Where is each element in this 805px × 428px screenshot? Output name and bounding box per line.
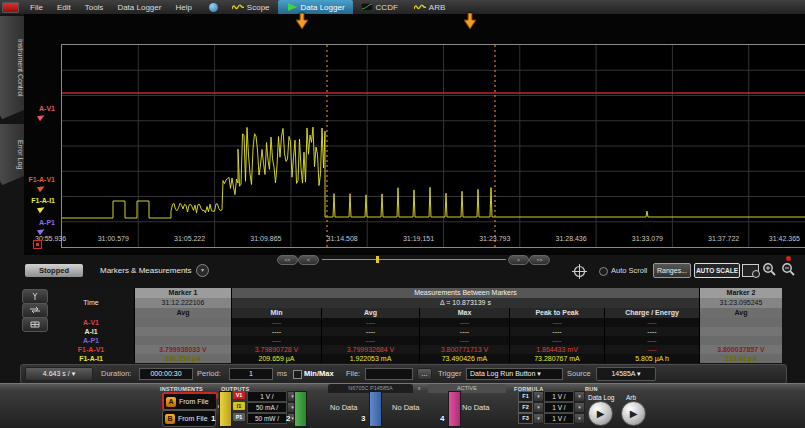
cell-m2 <box>700 336 782 345</box>
tab-scope[interactable]: Scope <box>224 0 278 14</box>
scroll-fwd-button[interactable]: > <box>508 255 529 265</box>
scroll-rewind-button[interactable]: << <box>277 255 298 265</box>
range-dropdown-icon[interactable]: ▾ <box>574 391 585 402</box>
cell-m1: 896.253 µA <box>135 354 231 363</box>
trace-pen-icon[interactable] <box>37 184 46 193</box>
range-dropdown-icon[interactable]: ▾ <box>574 402 585 413</box>
file-field[interactable] <box>365 368 413 380</box>
channel-range-field-i1[interactable]: 50 mA / <box>247 402 287 413</box>
time-label: Time <box>48 298 134 308</box>
markers-icon[interactable] <box>22 303 48 318</box>
cell-value: ---- <box>605 318 699 327</box>
trace-label-a-v1[interactable]: A-V1 <box>18 105 55 112</box>
range-dropdown-icon[interactable]: ▾ <box>574 413 585 424</box>
source-select[interactable]: 14585A ▾ <box>596 367 656 381</box>
formula-badge-f1[interactable]: F1 <box>518 391 533 402</box>
channel-range-field-p1[interactable]: 50 mW / <box>247 413 287 424</box>
menu-item-help[interactable]: Help <box>168 3 198 12</box>
duration-field[interactable]: 000:00:30 <box>139 368 193 380</box>
ranges-button[interactable]: Ranges... <box>653 263 691 278</box>
period-field[interactable]: 1 <box>229 368 273 380</box>
measurements-dropdown-icon[interactable]: ▾ <box>196 264 209 277</box>
tab-label: Data Logger <box>301 3 345 12</box>
auto-scale-button[interactable]: AUTO SCALE <box>694 263 740 278</box>
formula-range-field-f1[interactable]: 1 V / <box>544 391 574 402</box>
tab-data-logger[interactable]: Data Logger <box>278 0 353 14</box>
plot-region[interactable] <box>61 44 805 248</box>
menu-item-data-logger[interactable]: Data Logger <box>110 3 168 12</box>
stopped-status-button[interactable]: Stopped <box>25 264 83 277</box>
tab-arb[interactable]: ARB <box>406 0 453 14</box>
formula-range-field-f2[interactable]: 1 V / <box>544 402 574 413</box>
pan-crosshair-icon[interactable] <box>572 264 587 283</box>
channel-4-bar[interactable] <box>448 391 461 427</box>
scrollbar-track[interactable] <box>322 259 506 260</box>
trace-label-a-p1[interactable]: A-P1 <box>18 219 55 226</box>
channel-3-bar[interactable] <box>369 391 382 427</box>
channel-range-field-v1[interactable]: 1 V / <box>247 391 287 402</box>
cell-value: ---- <box>420 327 509 336</box>
info-icon[interactable] <box>209 3 218 12</box>
x-tick: 31:28.436 <box>543 235 599 242</box>
run-arb-label: Arb <box>626 394 636 401</box>
tab-markers-measurements[interactable]: Markers & Measurements <box>100 266 192 275</box>
scroll-back-button[interactable]: < <box>298 255 319 265</box>
period-label: Period: <box>197 369 221 378</box>
timebase-value: 4.643 s / <box>43 370 70 377</box>
menu-item-tools[interactable]: Tools <box>78 3 111 12</box>
waveform-plot[interactable] <box>62 45 805 247</box>
channel-1-bar[interactable] <box>219 391 232 427</box>
x-tick: 31:05.222 <box>162 235 218 242</box>
formula-badge-f2[interactable]: F2 <box>518 402 533 413</box>
run-data-log-button[interactable]: ▶ <box>588 401 613 426</box>
marker2-header: Marker 2 <box>700 288 782 298</box>
channel-2-bar[interactable] <box>294 391 307 427</box>
col-header-charge-energy: Charge / Energy <box>605 308 699 318</box>
trace-pen-icon[interactable] <box>37 205 46 214</box>
menu-item-file[interactable]: File <box>23 3 50 12</box>
scrollbar-thumb[interactable] <box>376 256 379 263</box>
channel-badge-p1: P1 <box>233 413 245 421</box>
minmax-checkbox[interactable] <box>293 370 302 379</box>
trace-label-f1-a-v1[interactable]: F1-A-V1 <box>18 176 55 183</box>
formula-range-field-f3[interactable]: 1 V / <box>544 413 574 424</box>
cell-value: ---- <box>232 327 321 336</box>
table-cell <box>48 308 134 318</box>
menubar-items: FileEditToolsData LoggerHelp <box>23 3 199 12</box>
cell-value: ---- <box>510 318 604 327</box>
x-tick: 31:23.793 <box>467 235 523 242</box>
cell-value: 5.805 µA h <box>605 354 699 363</box>
close-tab-icon[interactable]: x <box>415 384 423 393</box>
trace-pen-icon[interactable] <box>37 113 46 122</box>
trigger-select[interactable]: Data Log Run Button ▾ <box>466 368 563 380</box>
formula-expand-icon[interactable]: ▾ <box>533 402 544 413</box>
zoom-out-icon[interactable] <box>781 262 796 281</box>
channel-badge-i1: I1 <box>233 402 245 410</box>
tab-ccdf[interactable]: CCDF <box>353 0 406 14</box>
instrument-a-from-file-button[interactable]: AFrom File <box>162 392 218 411</box>
formula-badge-f3[interactable]: F3 <box>518 413 533 424</box>
menu-item-edit[interactable]: Edit <box>50 3 78 12</box>
zoom-in-icon[interactable] <box>762 262 777 281</box>
formula-expand-icon[interactable]: ▾ <box>533 391 544 402</box>
formula-expand-icon[interactable]: ▾ <box>533 413 544 424</box>
cell-value: 1.864433 mV <box>510 345 604 354</box>
source-value: 14585A <box>611 370 635 377</box>
sidebar-tab-label: Error Log <box>17 140 24 169</box>
cell-value: ---- <box>510 327 604 336</box>
ccdf-icon <box>361 3 373 11</box>
instrument-b-from-file-button[interactable]: BFrom File <box>162 410 216 427</box>
zoom-window-icon[interactable] <box>742 264 759 277</box>
file-browse-button[interactable]: ... <box>417 368 432 380</box>
run-arb-button[interactable]: ▶ <box>621 401 646 426</box>
tools-icon[interactable] <box>22 289 48 304</box>
grid-icon[interactable] <box>22 317 48 332</box>
app-logo <box>2 2 19 13</box>
marker-2-arrow-icon[interactable] <box>463 13 477 34</box>
auto-scroll-checkbox[interactable] <box>599 267 608 276</box>
marker-1-arrow-icon[interactable] <box>295 13 309 34</box>
trace-label-f1-a-i1[interactable]: F1-A-I1 <box>18 197 55 204</box>
scroll-end-button[interactable]: >> <box>529 255 550 265</box>
active-session-tab[interactable]: ACTIVE <box>428 384 506 393</box>
timebase-select[interactable]: 4.643 s / ▾ <box>25 367 93 381</box>
